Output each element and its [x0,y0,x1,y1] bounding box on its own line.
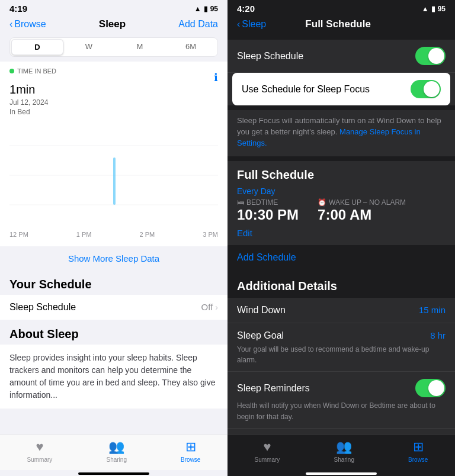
left-panel: 4:19 ▲ ▮ 95 ‹ Browse Sleep Add Data D W … [0,0,228,476]
left-nav-bar: ‹ Browse Sleep Add Data [0,16,228,35]
right-heart-icon: ♥ [263,439,271,455]
right-tab-summary[interactable]: ♥ Summary [255,439,280,463]
wind-down-row: Wind Down 15 min [228,298,455,323]
full-schedule-title: Full Schedule [237,168,446,182]
sleep-chart: 12 PM 1 PM 2 PM 3 PM [0,120,228,246]
wind-down-value[interactable]: 15 min [419,305,446,315]
info-icon[interactable]: ℹ [214,71,218,84]
right-tab-browse-label: Browse [408,456,428,463]
wakeup-value: 7:00 AM [318,207,406,223]
sleep-schedule-label: Sleep Schedule [9,302,76,313]
segment-d[interactable]: D [11,39,63,55]
back-label: Browse [14,19,46,30]
segment-6m[interactable]: 6M [165,39,216,55]
heart-icon: ♥ [36,439,43,455]
right-tab-bar: ♥ Summary 👥 Sharing ⊞ Browse [228,434,455,470]
bedtime-value: 10:30 PM [237,207,299,223]
add-data-button[interactable]: Add Data [178,19,218,30]
about-section-header: About Sleep [0,320,228,345]
bedtime-label: 🛏 BEDTIME [237,198,299,207]
sleep-reminders-sub: Health will notify you when Wind Down or… [237,401,435,421]
battery-icon: ▮ [204,5,208,13]
show-more-button[interactable]: Show More Sleep Data [0,246,228,271]
segment-w[interactable]: W [63,39,114,55]
manage-sleep-focus-link[interactable]: Manage Sleep Focus in Settings. [237,127,421,147]
right-status-bar: 4:20 ▲ ▮ 95 [228,0,455,16]
tab-browse-label: Browse [181,456,200,463]
schedule-times: 🛏 BEDTIME 10:30 PM ⏰ WAKE UP – NO ALARM … [237,198,446,223]
edit-schedule-button[interactable]: Edit [237,228,446,238]
about-sleep-text: Sleep provides insight into your sleep h… [9,352,218,401]
left-home-indicator [78,472,149,475]
sleep-reminders-section: Sleep Reminders Health will notify you w… [228,372,455,429]
sleep-reminders-toggle[interactable] [415,379,446,397]
use-schedule-focus-row: Use Schedule for Sleep Focus [232,73,450,105]
right-page-title: Full Schedule [305,18,371,30]
chart-labels: 12 PM 1 PM 2 PM 3 PM [9,231,218,242]
use-schedule-focus-label: Use Schedule for Sleep Focus [242,84,370,95]
add-schedule-button[interactable]: Add Schedule [228,245,455,270]
sleep-goal-section: Sleep Goal 8 hr Your goal will be used t… [228,323,455,372]
right-tab-browse[interactable]: ⊞ Browse [408,439,428,463]
wakeup-block: ⏰ WAKE UP – NO ALARM 7:00 AM [318,198,406,223]
right-browse-icon: ⊞ [413,439,424,455]
right-panel: 4:20 ▲ ▮ 95 ‹ Sleep Full Schedule Sleep … [228,0,455,476]
additional-details-title: Additional Details [228,270,455,298]
right-back-label: Sleep [242,19,266,30]
right-battery-icon: ▮ [431,5,435,13]
right-nav-bar: ‹ Sleep Full Schedule [228,16,455,35]
right-sharing-icon: 👥 [336,439,352,455]
left-status-icons: ▲ ▮ 95 [194,5,218,13]
wifi-icon: ▲ [194,5,201,13]
right-status-icons: ▲ ▮ 95 [422,5,446,13]
tib-value: 1min [9,75,56,98]
time-segment-control[interactable]: D W M 6M [9,37,218,57]
left-status-bar: 4:19 ▲ ▮ 95 [0,0,228,16]
sleep-schedule-item[interactable]: Sleep Schedule Off › [0,295,228,320]
sleep-schedule-row: Sleep Schedule [228,40,455,73]
wakeup-label: ⏰ WAKE UP – NO ALARM [318,198,406,207]
left-page-title: Sleep [99,18,126,30]
tab-summary[interactable]: ♥ Summary [27,439,53,463]
focus-note-text: Sleep Focus will automatically turn on a… [237,116,441,147]
left-tab-bar: ♥ Summary 👥 Sharing ⊞ Browse [0,434,228,470]
alarm-icon: ⏰ [318,198,326,207]
right-time: 4:20 [237,4,255,14]
browse-icon: ⊞ [185,439,196,455]
schedule-day: Every Day [237,186,446,196]
about-sleep-section: Sleep provides insight into your sleep h… [0,345,228,409]
tab-browse[interactable]: ⊞ Browse [181,439,200,463]
schedule-section-header: Your Schedule [0,271,228,295]
right-tab-summary-label: Summary [255,456,280,463]
sharing-icon: 👥 [108,439,124,455]
full-schedule-section: Full Schedule Every Day 🛏 BEDTIME 10:30 … [228,161,455,245]
left-time: 4:19 [9,4,27,14]
sleep-schedule-toggle[interactable] [415,47,446,65]
sleep-reminders-label: Sleep Reminders [237,383,310,394]
back-chevron-icon: ‹ [9,19,12,30]
sleep-goal-value[interactable]: 8 hr [430,330,446,340]
chevron-right-icon: › [215,303,218,312]
chart-svg [9,122,218,229]
focus-note-section: Sleep Focus will automatically turn on a… [228,110,455,156]
right-tab-sharing[interactable]: 👥 Sharing [334,439,354,463]
tib-label: TIME IN BED [9,67,56,75]
right-back-chevron-icon: ‹ [237,19,240,30]
right-battery-level: 95 [438,5,446,13]
use-schedule-focus-toggle[interactable] [411,80,441,98]
sleep-schedule-section: Sleep Schedule Use Schedule for Sleep Fo… [228,40,455,105]
segment-m[interactable]: M [114,39,165,55]
browse-back-button[interactable]: ‹ Browse [9,19,46,30]
sleep-back-button[interactable]: ‹ Sleep [237,19,266,30]
sleep-schedule-value: Off › [201,302,218,312]
right-tab-sharing-label: Sharing [334,456,354,463]
tab-sharing[interactable]: 👥 Sharing [106,439,126,463]
wind-down-label: Wind Down [237,305,286,316]
svg-rect-3 [113,157,116,205]
sleep-results-section: Sleep Results [228,429,455,434]
tab-summary-label: Summary [27,456,53,463]
sleep-goal-sub: Your goal will be used to recommend a be… [237,345,429,365]
tib-date: Jul 12, 2024 [9,98,56,107]
tab-sharing-label: Sharing [106,456,126,463]
battery-level: 95 [210,5,218,13]
